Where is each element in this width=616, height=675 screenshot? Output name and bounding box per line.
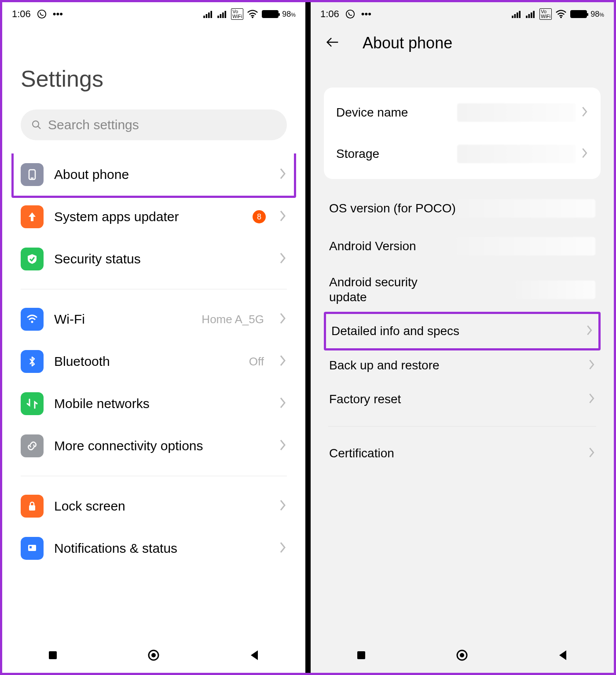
divider (328, 426, 596, 427)
status-time: 1:06 (320, 8, 339, 20)
row-bluetooth[interactable]: Bluetooth Off (14, 340, 294, 383)
mobile-networks-icon (21, 392, 44, 415)
chevron-right-icon (581, 106, 588, 119)
row-label: Factory reset (329, 392, 583, 407)
chevron-right-icon (279, 397, 287, 411)
wifi-icon (21, 308, 44, 331)
row-label: Device name (336, 105, 457, 120)
signal-2-icon (525, 10, 536, 18)
row-label: Bluetooth (54, 354, 238, 369)
lock-icon (21, 495, 44, 518)
nav-back-icon[interactable] (557, 649, 570, 662)
search-input[interactable]: Search settings (21, 109, 287, 140)
whatsapp-icon (37, 9, 47, 19)
chevron-right-icon (279, 439, 287, 453)
redacted-value (457, 199, 595, 218)
update-badge: 8 (253, 210, 266, 223)
chevron-right-icon (581, 147, 588, 161)
row-security-update[interactable]: Android security update (324, 265, 601, 314)
nav-home-icon[interactable] (147, 649, 160, 662)
row-label: Mobile networks (54, 396, 268, 412)
about-phone-screen: 1:06 ••• VoWiFi 98% About phone Device n… (311, 2, 614, 673)
row-label: System apps updater (54, 209, 242, 225)
row-wifi[interactable]: Wi-Fi Home A_5G (14, 298, 294, 340)
nav-recent-icon[interactable] (46, 649, 59, 662)
redacted-value (457, 145, 576, 163)
battery-icon (570, 10, 587, 18)
row-device-name[interactable]: Device name (324, 92, 601, 133)
row-label: Android Version (329, 239, 457, 254)
row-label: Back up and restore (329, 358, 583, 373)
row-label: Detailed info and specs (331, 324, 581, 339)
chevron-right-icon (586, 325, 593, 338)
chevron-right-icon (279, 499, 287, 513)
nav-home-icon[interactable] (455, 649, 469, 662)
row-label: Certification (329, 446, 583, 461)
row-label: More connectivity options (54, 438, 268, 454)
device-card: Device name Storage (324, 88, 601, 179)
nav-bar (311, 638, 614, 673)
row-label: Security status (54, 252, 268, 267)
row-android-version[interactable]: Android Version (324, 227, 601, 265)
chevron-right-icon (588, 393, 595, 406)
row-storage[interactable]: Storage (324, 133, 601, 175)
chevron-right-icon (279, 252, 287, 266)
row-more-connectivity[interactable]: More connectivity options (14, 425, 294, 467)
redacted-value (516, 281, 596, 299)
row-label: Wi-Fi (54, 312, 191, 327)
search-placeholder: Search settings (48, 117, 139, 132)
row-label: About phone (54, 167, 268, 182)
whatsapp-icon (345, 9, 355, 19)
row-label: Android security update (329, 275, 457, 304)
row-system-apps-updater[interactable]: System apps updater 8 (14, 196, 294, 238)
svg-point-18 (33, 121, 39, 127)
back-button[interactable] (324, 34, 341, 52)
security-icon (21, 248, 44, 270)
row-factory-reset[interactable]: Factory reset (324, 382, 601, 416)
chevron-right-icon (588, 359, 595, 372)
page-title: Settings (2, 26, 305, 109)
chevron-right-icon (279, 312, 287, 326)
chevron-right-icon (279, 210, 287, 224)
signal-2-icon (217, 10, 227, 18)
battery-pct: 98% (590, 10, 604, 19)
row-security-status[interactable]: Security status (14, 238, 294, 280)
battery-pct: 98% (282, 10, 296, 19)
divider (21, 476, 287, 476)
nav-recent-icon[interactable] (355, 649, 368, 662)
redacted-value (457, 237, 595, 255)
redacted-value (457, 103, 576, 122)
row-value: Home A_5G (202, 313, 264, 326)
chevron-right-icon (279, 168, 287, 182)
signal-1-icon (203, 10, 213, 18)
row-backup-restore[interactable]: Back up and restore (324, 348, 601, 383)
nav-back-icon[interactable] (248, 649, 261, 662)
row-certification[interactable]: Certification (324, 436, 601, 471)
settings-screen: 1:06 ••• VoWiFi 98% Settings Search sett… (2, 2, 305, 673)
row-value: Off (249, 355, 264, 369)
row-detailed-info-specs[interactable]: Detailed info and specs (326, 314, 598, 348)
status-bar: 1:06 ••• VoWiFi 98% (2, 2, 305, 26)
nav-bar (2, 638, 305, 673)
chevron-right-icon (588, 447, 595, 460)
wifi-status-icon (247, 10, 258, 18)
row-label: Lock screen (54, 499, 268, 514)
row-mobile-networks[interactable]: Mobile networks (14, 383, 294, 425)
divider (21, 289, 287, 289)
svg-line-19 (38, 126, 40, 129)
row-os-version[interactable]: OS version (for POCO) (324, 190, 601, 227)
row-about-phone[interactable]: About phone (14, 153, 294, 196)
signal-1-icon (511, 10, 522, 18)
row-notifications-status[interactable]: Notifications & status (14, 527, 294, 569)
more-icon: ••• (53, 8, 63, 20)
connectivity-icon (21, 434, 44, 457)
row-lock-screen[interactable]: Lock screen (14, 485, 294, 527)
page-title: About phone (363, 34, 452, 52)
wifi-status-icon (555, 10, 567, 18)
battery-icon (262, 10, 279, 18)
notifications-icon (21, 537, 44, 560)
chevron-right-icon (279, 541, 287, 555)
search-icon (31, 120, 42, 130)
chevron-right-icon (279, 354, 287, 369)
updater-icon (21, 205, 44, 228)
